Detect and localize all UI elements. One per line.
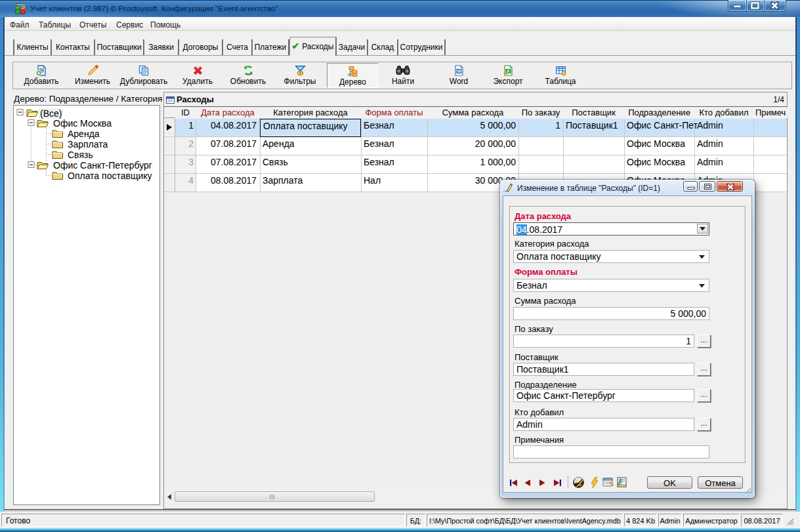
svg-text:W: W xyxy=(457,69,461,73)
svg-text:X: X xyxy=(506,68,509,74)
